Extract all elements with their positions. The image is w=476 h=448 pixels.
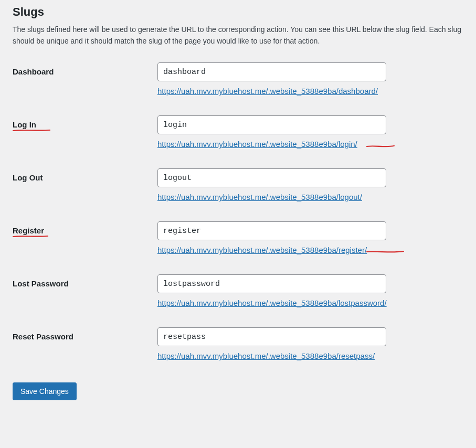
row-login: Log In https://uah.mvv.mybluehost.me/.we… [13,115,476,148]
label-login-text: Log In [13,120,36,129]
annotation-underline-icon [366,250,404,253]
annotation-underline-icon [13,235,48,238]
slugs-settings-panel: Slugs The slugs defined here will be use… [0,0,476,411]
label-lostpassword: Lost Password [13,274,157,289]
label-logout: Log Out [13,168,157,183]
save-changes-button[interactable]: Save Changes [13,382,77,400]
input-login-slug[interactable] [157,115,386,134]
link-logout-url[interactable]: https://uah.mvv.mybluehost.me/.website_5… [157,193,362,201]
field-login: https://uah.mvv.mybluehost.me/.website_5… [157,115,476,148]
label-dashboard: Dashboard [13,62,157,77]
label-register-text: Register [13,226,44,235]
input-register-slug[interactable] [157,221,386,240]
link-dashboard-url[interactable]: https://uah.mvv.mybluehost.me/.website_5… [157,87,378,95]
link-resetpass-url[interactable]: https://uah.mvv.mybluehost.me/.website_5… [157,351,375,360]
field-lostpassword: https://uah.mvv.mybluehost.me/.website_5… [157,274,476,307]
section-title: Slugs [13,5,476,19]
row-resetpass: Reset Password https://uah.mvv.mybluehos… [13,327,476,360]
field-register: https://uah.mvv.mybluehost.me/.website_5… [157,221,476,254]
input-dashboard-slug[interactable] [157,62,386,81]
annotation-underline-icon [366,145,395,148]
input-logout-slug[interactable] [157,168,386,187]
field-dashboard: https://uah.mvv.mybluehost.me/.website_5… [157,62,476,95]
link-lostpassword-url[interactable]: https://uah.mvv.mybluehost.me/.website_5… [157,298,387,307]
section-description: The slugs defined here will be used to g… [13,24,474,47]
row-dashboard: Dashboard https://uah.mvv.mybluehost.me/… [13,62,476,95]
row-lostpassword: Lost Password https://uah.mvv.mybluehost… [13,274,476,307]
label-register: Register [13,221,157,236]
link-login-url[interactable]: https://uah.mvv.mybluehost.me/.website_5… [157,140,357,148]
annotation-underline-icon [13,129,50,132]
row-register: Register https://uah.mvv.mybluehost.me/.… [13,221,476,254]
input-resetpass-slug[interactable] [157,327,386,346]
row-logout: Log Out https://uah.mvv.mybluehost.me/.w… [13,168,476,201]
label-login: Log In [13,115,157,130]
field-logout: https://uah.mvv.mybluehost.me/.website_5… [157,168,476,201]
label-resetpass: Reset Password [13,327,157,342]
input-lostpassword-slug[interactable] [157,274,386,293]
link-register-url[interactable]: https://uah.mvv.mybluehost.me/.website_5… [157,246,367,254]
field-resetpass: https://uah.mvv.mybluehost.me/.website_5… [157,327,476,360]
